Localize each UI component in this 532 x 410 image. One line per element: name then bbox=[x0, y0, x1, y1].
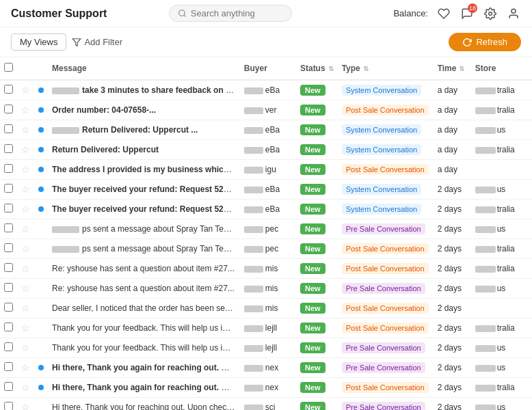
my-views-button[interactable]: My Views bbox=[11, 33, 66, 51]
buyer-avatar bbox=[244, 127, 263, 134]
row-checkbox[interactable] bbox=[4, 362, 13, 371]
buyer-name: sci bbox=[265, 402, 276, 410]
user-icon[interactable] bbox=[506, 6, 521, 21]
add-filter-button[interactable]: Add Filter bbox=[72, 37, 122, 47]
time-value: 2 days bbox=[438, 204, 462, 214]
message-cell[interactable]: Re: yshouse has sent a question about it… bbox=[48, 279, 240, 299]
store-name: tralia bbox=[497, 383, 515, 392]
star-icon[interactable]: ☆ bbox=[21, 243, 30, 254]
row-checkbox[interactable] bbox=[4, 184, 13, 193]
heart-icon[interactable] bbox=[436, 6, 451, 21]
star-icon[interactable]: ☆ bbox=[21, 323, 30, 333]
star-icon[interactable]: ☆ bbox=[21, 382, 30, 393]
star-icon[interactable]: ☆ bbox=[21, 303, 30, 314]
table-row: ☆The buyer received your refund: Request… bbox=[0, 180, 532, 200]
store-name: us bbox=[497, 224, 506, 234]
message-cell[interactable]: ps sent a message about Spray Tan Tent P… bbox=[48, 219, 240, 239]
select-all-checkbox[interactable] bbox=[4, 63, 13, 72]
blurred-content bbox=[52, 246, 79, 253]
row-checkbox[interactable] bbox=[4, 105, 13, 113]
star-icon[interactable]: ☆ bbox=[21, 85, 30, 96]
star-icon[interactable]: ☆ bbox=[21, 263, 30, 274]
message-cell[interactable]: The buyer received your refund: Request … bbox=[48, 180, 240, 200]
time-cell: a day bbox=[434, 80, 471, 100]
time-cell: a day bbox=[434, 120, 471, 140]
type-cell: Post Sale Conversation bbox=[338, 239, 434, 259]
row-checkbox[interactable] bbox=[4, 402, 13, 410]
table-row: ☆ps sent a message about Spray Tan Tent … bbox=[0, 239, 532, 259]
star-icon[interactable]: ☆ bbox=[21, 342, 30, 353]
message-cell[interactable]: Dear seller, I noticed that the order ha… bbox=[48, 299, 240, 318]
row-checkbox[interactable] bbox=[4, 283, 13, 292]
th-type[interactable]: Type ⇅ bbox=[338, 57, 434, 80]
message-cell[interactable]: Thank you for your feedback. This will h… bbox=[48, 318, 240, 338]
store-name: tralia bbox=[497, 105, 515, 115]
star-icon[interactable]: ☆ bbox=[21, 144, 30, 155]
type-badge: Post Sale Conversation bbox=[342, 303, 429, 314]
star-icon[interactable]: ☆ bbox=[21, 402, 30, 410]
table-row: ☆The buyer received your refund: Request… bbox=[0, 200, 532, 219]
star-icon[interactable]: ☆ bbox=[21, 283, 30, 294]
star-icon[interactable]: ☆ bbox=[21, 164, 30, 175]
message-cell[interactable]: Thank you for your feedback. This will h… bbox=[48, 338, 240, 358]
message-cell[interactable]: Hi there, Thank you for reaching out. Up… bbox=[48, 398, 240, 411]
unread-dot bbox=[38, 206, 44, 212]
star-icon[interactable]: ☆ bbox=[21, 124, 30, 135]
gear-icon[interactable] bbox=[483, 6, 498, 21]
time-cell: 2 days bbox=[434, 259, 471, 279]
message-cell[interactable]: Order number: 04-07658-... bbox=[48, 100, 240, 120]
message-text: Return Delivered: Uppercut bbox=[52, 145, 159, 154]
time-cell: 2 days bbox=[434, 398, 471, 411]
time-value: 2 days bbox=[438, 323, 462, 333]
table-row: ☆Re: yshouse has sent a question about i… bbox=[0, 279, 532, 299]
message-text: Re: yshouse has sent a question about it… bbox=[52, 284, 235, 293]
status-cell: New bbox=[296, 160, 338, 180]
status-cell: New bbox=[296, 318, 338, 338]
search-bar[interactable] bbox=[169, 5, 292, 22]
store-name: tralia bbox=[497, 264, 515, 273]
row-checkbox[interactable] bbox=[4, 85, 13, 94]
row-checkbox[interactable] bbox=[4, 164, 13, 173]
star-icon[interactable]: ☆ bbox=[21, 184, 30, 195]
star-icon[interactable]: ☆ bbox=[21, 223, 30, 234]
status-cell: New bbox=[296, 338, 338, 358]
time-value: 2 days bbox=[438, 264, 462, 273]
th-time[interactable]: Time ⇅ bbox=[434, 57, 471, 80]
star-icon[interactable]: ☆ bbox=[21, 105, 30, 115]
message-cell[interactable]: Return Delivered: Uppercut ... bbox=[48, 120, 240, 140]
message-cell[interactable]: Return Delivered: Uppercut bbox=[48, 140, 240, 160]
row-checkbox[interactable] bbox=[4, 303, 13, 312]
row-checkbox[interactable] bbox=[4, 204, 13, 213]
message-text: The address I provided is my business wh… bbox=[52, 165, 240, 174]
refresh-button[interactable]: Refresh bbox=[449, 33, 521, 51]
row-checkbox[interactable] bbox=[4, 382, 13, 391]
time-value: 2 days bbox=[438, 363, 462, 372]
row-checkbox[interactable] bbox=[4, 223, 13, 232]
table-row: ☆Dear seller, I noticed that the order h… bbox=[0, 299, 532, 318]
star-icon[interactable]: ☆ bbox=[21, 204, 30, 215]
chat-icon[interactable]: 18 bbox=[460, 6, 475, 21]
store-cell: us bbox=[471, 358, 532, 378]
buyer-name: pec bbox=[265, 224, 278, 234]
store-logo bbox=[475, 286, 496, 292]
buyer-cell: ver bbox=[240, 100, 296, 120]
store-name: us bbox=[497, 343, 506, 353]
row-checkbox[interactable] bbox=[4, 243, 13, 252]
search-input[interactable] bbox=[191, 8, 273, 18]
message-cell[interactable]: The buyer received your refund: Request … bbox=[48, 200, 240, 219]
star-icon[interactable]: ☆ bbox=[21, 362, 30, 373]
buyer-cell: eBa bbox=[240, 180, 296, 200]
message-cell[interactable]: ps sent a message about Spray Tan Tent P… bbox=[48, 239, 240, 259]
message-cell[interactable]: Re: yshouse has sent a question about it… bbox=[48, 259, 240, 279]
message-cell[interactable]: take 3 minutes to share feedback on your… bbox=[48, 80, 240, 100]
row-checkbox[interactable] bbox=[4, 263, 13, 272]
th-status[interactable]: Status ⇅ bbox=[296, 57, 338, 80]
row-checkbox[interactable] bbox=[4, 323, 13, 331]
time-value: a day bbox=[438, 85, 457, 95]
message-cell[interactable]: Hi there, Thank you again for reaching o… bbox=[48, 358, 240, 378]
message-cell[interactable]: Hi there, Thank you again for reaching o… bbox=[48, 378, 240, 398]
row-checkbox[interactable] bbox=[4, 144, 13, 153]
row-checkbox[interactable] bbox=[4, 342, 13, 351]
message-cell[interactable]: The address I provided is my business wh… bbox=[48, 160, 240, 180]
row-checkbox[interactable] bbox=[4, 124, 13, 133]
